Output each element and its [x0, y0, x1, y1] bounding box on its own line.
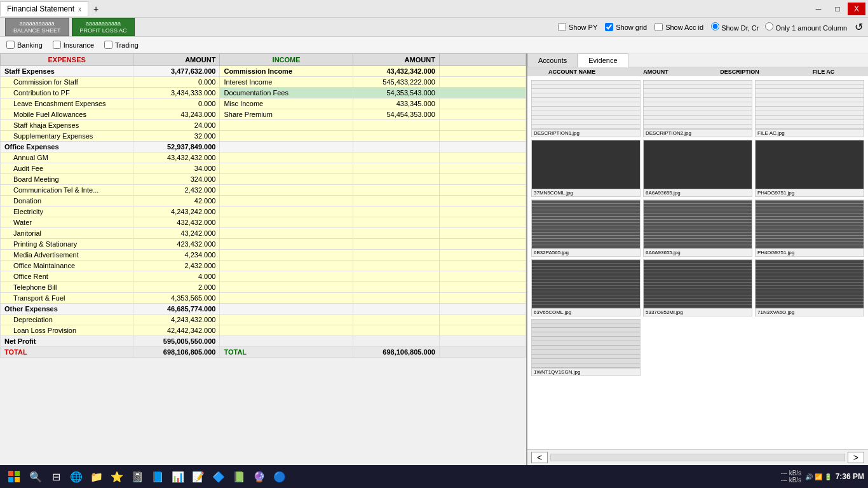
income-empty-extra-cell: [439, 152, 526, 163]
edge-icon[interactable]: 🌐: [67, 468, 85, 485]
search-icon[interactable]: 🔍: [27, 468, 44, 485]
expense-name-cell: Commission for Staff: [1, 77, 133, 88]
evidence-thumbnail[interactable]: 71N3XVA6O.jpg: [755, 259, 864, 316]
table-row[interactable]: Net Profit 595,005,550.000: [1, 336, 526, 347]
table-row[interactable]: Contribution to PF 3,434,333.000 Documen…: [1, 88, 526, 98]
financial-table: EXPENSES AMOUNT INCOME AMOUNT Staff Expe…: [0, 53, 527, 465]
table-row[interactable]: Transport & Fuel 4,353,565.000: [1, 293, 526, 304]
outlook-icon[interactable]: 📘: [149, 468, 166, 485]
table-row[interactable]: Loan Loss Provision 42,442,342.000: [1, 325, 526, 336]
task-view-icon[interactable]: ⊟: [47, 468, 65, 485]
table-row[interactable]: Other Expenses 46,685,774.000: [1, 304, 526, 315]
table-row[interactable]: Telephone Bill 2.000: [1, 282, 526, 293]
show-py-checkbox[interactable]: [558, 23, 566, 31]
table-row[interactable]: Staff Expenses 3,477,632.000 Commission …: [1, 66, 526, 77]
vs-icon[interactable]: 🔮: [250, 468, 268, 485]
close-button[interactable]: X: [848, 3, 865, 15]
show-dr-cr-radio[interactable]: [711, 22, 719, 30]
only-1-amount-radio[interactable]: [765, 22, 773, 30]
evidence-thumbnail[interactable]: PH4DG9751.jpg: [755, 200, 864, 257]
svg-rect-0: [8, 471, 13, 476]
total-extra: [439, 347, 526, 358]
table-row[interactable]: Electricity 4,243,242.000: [1, 207, 526, 217]
table-row[interactable]: Board Meeting 324.000: [1, 174, 526, 185]
evidence-prev-btn[interactable]: <: [531, 452, 548, 463]
table-row[interactable]: Mobile Fuel Allowances 43,243.000 Share …: [1, 109, 526, 120]
income-empty-cell: [220, 196, 353, 207]
expense-amount-cell: 4,234.000: [133, 250, 220, 261]
income-amount-cell: 545,433,222.000: [353, 77, 439, 88]
taskbar: 🔍 ⊟ 🌐 📁 ⭐ 📓 📘 📊 📝 🔷 📗 🔮 🔵 --- kB/s--- kB…: [0, 465, 868, 488]
table-row[interactable]: Media Advertisement 4,234.000: [1, 250, 526, 261]
expense-amount-cell: 43,432,432.000: [133, 152, 220, 163]
show-dr-cr-label[interactable]: Show Dr, Cr: [711, 22, 759, 32]
table-row[interactable]: Office Rent 4.000: [1, 271, 526, 282]
start-button[interactable]: [4, 468, 24, 485]
expense-amount-cell: 3,434,333.000: [133, 88, 220, 98]
evidence-thumbnail[interactable]: FILE AC.jpg: [755, 80, 864, 137]
balance-sheet-btn[interactable]: aaaaaaaaaaa BALANCE SHEET: [5, 18, 69, 37]
show-grid-checkbox[interactable]: [605, 23, 613, 31]
evidence-tab[interactable]: Evidence: [578, 53, 628, 67]
active-tab[interactable]: Financial Statement x: [0, 1, 88, 16]
insurance-checkbox[interactable]: [53, 41, 61, 49]
refresh-icon[interactable]: ↺: [855, 21, 863, 33]
evidence-thumbnail[interactable]: 6A6A93655.jpg: [643, 140, 752, 197]
excel-icon[interactable]: 📗: [230, 468, 248, 485]
explorer-icon[interactable]: 📁: [88, 468, 105, 485]
minimize-button[interactable]: ─: [810, 3, 827, 15]
insurance-filter[interactable]: Insurance: [53, 41, 94, 49]
banking-checkbox[interactable]: [6, 41, 15, 49]
income-empty-cell: [220, 250, 353, 261]
evidence-scrollbar[interactable]: [550, 454, 845, 461]
star-icon[interactable]: ⭐: [108, 468, 126, 485]
evidence-scroll-area[interactable]: DESCRIPTION1.jpg DESCRIPTION2.jpg: [527, 76, 868, 449]
table-row[interactable]: Audit Fee 34.000: [1, 163, 526, 174]
powerpoint-icon[interactable]: 📊: [169, 468, 187, 485]
table-row[interactable]: Leave Encashment Expenses 0.000 Misc Inc…: [1, 98, 526, 109]
evidence-thumbnail[interactable]: 37MN5COML.jpg: [531, 140, 641, 197]
table-row[interactable]: Office Maintainance 2,432.000: [1, 261, 526, 271]
table-row[interactable]: Staff khaja Expenses 24.000: [1, 120, 526, 131]
tab-close-btn[interactable]: x: [78, 6, 81, 13]
show-grid-check[interactable]: Show grid: [605, 23, 647, 31]
profit-loss-btn[interactable]: aaaaaaaaaaa PROFIT LOSS AC: [72, 18, 135, 37]
evidence-thumbnail[interactable]: PH4DG9751.jpg: [755, 140, 864, 197]
table-row[interactable]: Janitorial 43,242.000: [1, 228, 526, 239]
app2-icon[interactable]: 🔵: [271, 468, 288, 485]
word-icon[interactable]: 📝: [189, 468, 207, 485]
evidence-thumbnail[interactable]: 5337O852Ml.jpg: [643, 259, 752, 316]
table-row[interactable]: Supplementary Expenses 32.000: [1, 131, 526, 142]
table-row[interactable]: Printing & Stationary 423,432.000: [1, 239, 526, 250]
accounts-tab[interactable]: Accounts: [527, 53, 578, 67]
evidence-thumbnail[interactable]: 63V65COML.jpg: [531, 259, 641, 316]
evidence-thumbnail[interactable]: 6B32PA565.jpg: [531, 200, 641, 257]
evidence-thumb-label: DESCRIPTION1.jpg: [532, 129, 640, 137]
new-tab-button[interactable]: +: [88, 1, 104, 17]
only-1-amount-label[interactable]: Only 1 amount Column: [765, 22, 847, 32]
evidence-thumbnail[interactable]: 1WNT1QV1SGN.jpg: [531, 319, 641, 376]
onenote-icon[interactable]: 📓: [128, 468, 146, 485]
show-py-check[interactable]: Show PY: [558, 23, 597, 31]
banking-filter[interactable]: Banking: [6, 41, 43, 49]
trading-filter[interactable]: Trading: [104, 41, 139, 49]
evidence-thumbnail[interactable]: DESCRIPTION2.jpg: [643, 80, 752, 137]
app1-icon[interactable]: 🔷: [210, 468, 227, 485]
table-row[interactable]: Communication Tel & Inte... 2,432.000: [1, 185, 526, 196]
evidence-thumbnail[interactable]: 6A6A93655.jpg: [643, 200, 752, 257]
table-row[interactable]: Depreciation 4,243,432.000: [1, 315, 526, 325]
show-acc-id-check[interactable]: Show Acc id: [654, 23, 703, 31]
show-acc-id-checkbox[interactable]: [654, 23, 663, 31]
evidence-col-file: FILE AC: [783, 69, 864, 75]
evidence-thumbnail[interactable]: DESCRIPTION1.jpg: [531, 80, 641, 137]
table-row[interactable]: Commission for Staff 0.000 Interest Inco…: [1, 77, 526, 88]
trading-checkbox[interactable]: [104, 41, 112, 49]
income-amount-cell: 433,345.000: [353, 98, 439, 109]
table-row[interactable]: Annual GM 43,432,432.000: [1, 152, 526, 163]
table-row[interactable]: Water 432,432.000: [1, 217, 526, 228]
table-row[interactable]: Office Expenses 52,937,849.000: [1, 142, 526, 152]
table-row[interactable]: Donation 42.000: [1, 196, 526, 207]
maximize-button[interactable]: □: [829, 3, 846, 15]
income-name-cell: Misc Income: [220, 98, 353, 109]
evidence-next-btn[interactable]: >: [848, 452, 864, 463]
